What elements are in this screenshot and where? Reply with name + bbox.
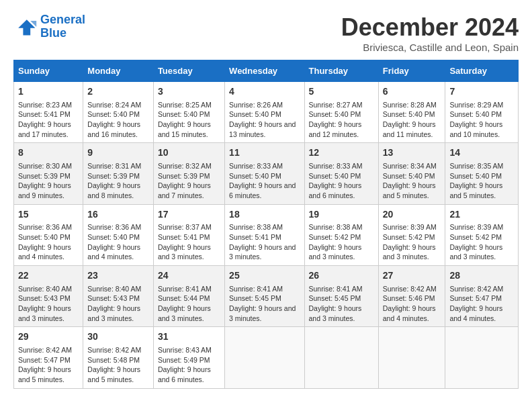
day-number: 21 — [449, 208, 514, 222]
sunrise-label: Sunrise: 8:36 AM — [87, 223, 141, 231]
daylight-label: Daylight: 9 hours and 5 minutes. — [18, 365, 71, 383]
sunset-label: Sunset: 5:40 PM — [229, 172, 281, 180]
day-number: 11 — [229, 146, 300, 160]
sunset-label: Sunset: 5:44 PM — [158, 294, 210, 302]
calendar-cell: 5 Sunrise: 8:27 AM Sunset: 5:40 PM Dayli… — [304, 82, 378, 143]
day-number: 10 — [158, 146, 220, 160]
sunrise-label: Sunrise: 8:23 AM — [18, 101, 72, 109]
calendar-cell: 23 Sunrise: 8:40 AM Sunset: 5:43 PM Dayl… — [83, 266, 154, 327]
day-header-friday: Friday — [378, 60, 445, 82]
location: Briviesca, Castille and Leon, Spain — [341, 42, 519, 53]
sunrise-label: Sunrise: 8:38 AM — [309, 223, 363, 231]
sunset-label: Sunset: 5:42 PM — [449, 233, 502, 241]
calendar-table: SundayMondayTuesdayWednesdayThursdayFrid… — [13, 60, 519, 389]
sunset-label: Sunset: 5:39 PM — [87, 172, 140, 180]
calendar-cell: 2 Sunrise: 8:24 AM Sunset: 5:40 PM Dayli… — [83, 82, 154, 143]
daylight-label: Daylight: 9 hours and 4 minutes. — [449, 304, 502, 322]
day-header-wednesday: Wednesday — [225, 60, 304, 82]
daylight-label: Daylight: 9 hours and 3 minutes. — [309, 304, 362, 322]
calendar-cell: 4 Sunrise: 8:26 AM Sunset: 5:40 PM Dayli… — [225, 82, 304, 143]
daylight-label: Daylight: 9 hours and 17 minutes. — [18, 120, 71, 138]
sunrise-label: Sunrise: 8:41 AM — [158, 285, 212, 293]
daylight-label: Daylight: 9 hours and 4 minutes. — [383, 304, 436, 322]
calendar-cell: 15 Sunrise: 8:36 AM Sunset: 5:40 PM Dayl… — [14, 204, 83, 265]
daylight-label: Daylight: 9 hours and 6 minutes. — [229, 181, 296, 199]
sunset-label: Sunset: 5:47 PM — [18, 356, 71, 364]
sunrise-label: Sunrise: 8:33 AM — [309, 162, 363, 170]
calendar-cell — [445, 327, 519, 388]
sunset-label: Sunset: 5:43 PM — [87, 294, 140, 302]
daylight-label: Daylight: 9 hours and 5 minutes. — [383, 181, 436, 199]
sunset-label: Sunset: 5:40 PM — [229, 110, 281, 118]
sunset-label: Sunset: 5:41 PM — [158, 233, 210, 241]
day-number: 30 — [87, 330, 149, 344]
day-number: 12 — [309, 146, 374, 160]
day-number: 5 — [309, 85, 374, 99]
daylight-label: Daylight: 9 hours and 4 minutes. — [18, 243, 71, 261]
day-number: 24 — [158, 269, 220, 283]
sunrise-label: Sunrise: 8:39 AM — [383, 223, 437, 231]
day-number: 25 — [229, 269, 300, 283]
sunset-label: Sunset: 5:40 PM — [87, 110, 140, 118]
sunset-label: Sunset: 5:40 PM — [158, 110, 210, 118]
day-number: 4 — [229, 85, 300, 99]
sunrise-label: Sunrise: 8:29 AM — [449, 101, 503, 109]
calendar-cell: 13 Sunrise: 8:34 AM Sunset: 5:40 PM Dayl… — [378, 143, 445, 204]
calendar-cell: 24 Sunrise: 8:41 AM Sunset: 5:44 PM Dayl… — [153, 266, 224, 327]
sunrise-label: Sunrise: 8:36 AM — [18, 223, 72, 231]
daylight-label: Daylight: 9 hours and 10 minutes. — [449, 120, 502, 138]
daylight-label: Daylight: 9 hours and 3 minutes. — [87, 304, 140, 322]
sunrise-label: Sunrise: 8:42 AM — [449, 285, 503, 293]
sunset-label: Sunset: 5:40 PM — [87, 233, 140, 241]
calendar-week-5: 29 Sunrise: 8:42 AM Sunset: 5:47 PM Dayl… — [14, 327, 519, 388]
sunset-label: Sunset: 5:45 PM — [229, 294, 281, 302]
sunrise-label: Sunrise: 8:38 AM — [229, 223, 283, 231]
sunrise-label: Sunrise: 8:26 AM — [229, 101, 283, 109]
sunrise-label: Sunrise: 8:25 AM — [158, 101, 212, 109]
calendar-cell: 29 Sunrise: 8:42 AM Sunset: 5:47 PM Dayl… — [14, 327, 83, 388]
sunrise-label: Sunrise: 8:32 AM — [158, 162, 212, 170]
daylight-label: Daylight: 9 hours and 6 minutes. — [309, 181, 362, 199]
calendar-cell: 1 Sunrise: 8:23 AM Sunset: 5:41 PM Dayli… — [14, 82, 83, 143]
day-number: 2 — [87, 85, 149, 99]
sunset-label: Sunset: 5:39 PM — [158, 172, 210, 180]
logo: General Blue — [13, 13, 85, 40]
sunrise-label: Sunrise: 8:33 AM — [229, 162, 283, 170]
daylight-label: Daylight: 9 hours and 3 minutes. — [229, 304, 296, 322]
sunset-label: Sunset: 5:42 PM — [383, 233, 435, 241]
sunset-label: Sunset: 5:45 PM — [309, 294, 361, 302]
day-number: 22 — [18, 269, 79, 283]
calendar-cell: 27 Sunrise: 8:42 AM Sunset: 5:46 PM Dayl… — [378, 266, 445, 327]
day-header-monday: Monday — [83, 60, 154, 82]
calendar-cell: 18 Sunrise: 8:38 AM Sunset: 5:41 PM Dayl… — [225, 204, 304, 265]
sunset-label: Sunset: 5:40 PM — [18, 233, 71, 241]
day-number: 8 — [18, 146, 79, 160]
calendar-week-1: 1 Sunrise: 8:23 AM Sunset: 5:41 PM Dayli… — [14, 82, 519, 143]
sunrise-label: Sunrise: 8:40 AM — [18, 285, 72, 293]
day-number: 27 — [383, 269, 441, 283]
calendar-cell — [225, 327, 304, 388]
day-header-thursday: Thursday — [304, 60, 378, 82]
daylight-label: Daylight: 9 hours and 3 minutes. — [309, 243, 362, 261]
logo-icon — [13, 15, 38, 39]
daylight-label: Daylight: 9 hours and 16 minutes. — [87, 120, 140, 138]
day-number: 19 — [309, 208, 374, 222]
sunrise-label: Sunrise: 8:43 AM — [158, 346, 212, 354]
sunrise-label: Sunrise: 8:35 AM — [449, 162, 503, 170]
calendar-cell: 7 Sunrise: 8:29 AM Sunset: 5:40 PM Dayli… — [445, 82, 519, 143]
sunset-label: Sunset: 5:49 PM — [158, 356, 210, 364]
calendar-week-2: 8 Sunrise: 8:30 AM Sunset: 5:39 PM Dayli… — [14, 143, 519, 204]
calendar-cell: 19 Sunrise: 8:38 AM Sunset: 5:42 PM Dayl… — [304, 204, 378, 265]
sunset-label: Sunset: 5:41 PM — [229, 233, 281, 241]
title-block: December 2024 Briviesca, Castille and Le… — [341, 13, 519, 53]
day-number: 9 — [87, 146, 149, 160]
calendar-cell: 30 Sunrise: 8:42 AM Sunset: 5:48 PM Dayl… — [83, 327, 154, 388]
sunset-label: Sunset: 5:41 PM — [18, 110, 71, 118]
daylight-label: Daylight: 9 hours and 4 minutes. — [87, 243, 140, 261]
calendar-cell: 26 Sunrise: 8:41 AM Sunset: 5:45 PM Dayl… — [304, 266, 378, 327]
daylight-label: Daylight: 9 hours and 3 minutes. — [383, 243, 436, 261]
calendar-week-4: 22 Sunrise: 8:40 AM Sunset: 5:43 PM Dayl… — [14, 266, 519, 327]
page-header: General Blue December 2024 Briviesca, Ca… — [13, 13, 519, 53]
day-number: 17 — [158, 208, 220, 222]
day-header-sunday: Sunday — [14, 60, 83, 82]
